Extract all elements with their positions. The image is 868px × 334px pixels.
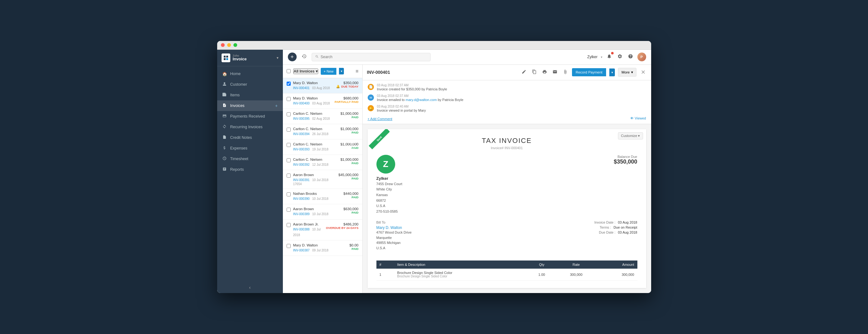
sidebar-item-home[interactable]: 🏠 Home — [217, 69, 283, 79]
sidebar-item-payments[interactable]: Payments Received — [217, 111, 283, 122]
item-checkbox[interactable] — [287, 81, 291, 86]
new-invoice-button[interactable]: + New — [321, 68, 336, 75]
table-row[interactable]: Aaron Brown INV-000391 10 Jul 2018 17654… — [283, 170, 362, 189]
sidebar-collapse-button[interactable]: ‹ — [217, 282, 283, 293]
item-right: $45,000,000 PAID — [339, 173, 359, 180]
item-status: OVERDUE BY 24 DAYS — [326, 226, 358, 230]
item-checkbox[interactable] — [287, 208, 291, 212]
item-invoice-number: INV-000400 — [293, 102, 310, 105]
invoices-icon — [222, 103, 227, 108]
invoice-items-list: Mary D. Walton INV-000401 03 Aug 2018 $3… — [283, 78, 362, 293]
item-status: PARTIALLY PAID — [335, 100, 358, 103]
item-customer-name: Nathan Brooks — [293, 192, 341, 196]
sent-ribbon-label: Sent — [369, 129, 390, 149]
record-payment-button[interactable]: Record Payment — [572, 68, 607, 76]
add-new-button[interactable]: + — [288, 53, 297, 61]
item-right: $630,000 PAID — [344, 207, 359, 214]
balance-due-amount: $350,000 — [614, 159, 637, 165]
svg-rect-2 — [224, 58, 226, 60]
more-actions-button[interactable]: More ▾ — [618, 68, 636, 77]
item-checkbox[interactable] — [287, 223, 291, 227]
col-rate: Rate — [556, 261, 596, 269]
sidebar-item-recurring[interactable]: Recurring Invoices — [217, 122, 283, 132]
item-checkbox[interactable] — [287, 128, 291, 132]
item-date: 10 Jul 2018 — [312, 178, 329, 182]
item-customer-name: Carlton C. Nielsen — [293, 158, 338, 161]
credits-icon — [222, 135, 227, 140]
sidebar-item-customer[interactable]: Customer — [217, 79, 283, 90]
item-customer-name: Carlton C. Nielsen — [293, 112, 338, 115]
item-customer-name: Mary D. Walton — [293, 81, 334, 85]
item-amount: $1,000,000 — [340, 127, 359, 131]
item-checkbox[interactable] — [287, 158, 291, 162]
table-row[interactable]: Carlton C. Nielsen INV-000392 12 Jul 201… — [283, 155, 362, 170]
print-invoice-button[interactable] — [541, 68, 548, 77]
item-date: 10 Jul 2018 — [312, 212, 329, 216]
item-invoice-number: INV-000395 — [293, 117, 310, 121]
new-invoice-dropdown[interactable]: ▾ — [339, 68, 344, 74]
table-row[interactable]: Nathan Brooks INV-000390 10 Jul 2018 $44… — [283, 189, 362, 204]
table-row[interactable]: Carlton C. Nielsen INV-000394 26 Jul 201… — [283, 124, 362, 139]
item-checkbox[interactable] — [287, 192, 291, 196]
sidebar-item-credits[interactable]: Credit Notes Know when an invoice is vie… — [217, 132, 283, 143]
svg-rect-3 — [226, 58, 228, 60]
search-input[interactable] — [321, 55, 427, 59]
table-row[interactable]: Mary D. Walton INV-000400 03 Aug 2018 $6… — [283, 94, 362, 109]
table-row[interactable]: Carlton C. Nielsen INV-000395 02 Aug 201… — [283, 109, 362, 124]
search-icon — [315, 55, 319, 59]
record-payment-dropdown[interactable]: ▾ — [609, 68, 615, 76]
close-button[interactable] — [221, 43, 225, 47]
timesheet-icon — [222, 156, 227, 161]
invoice-header-row: Z Zylker 7455 Drew Court White City Kans… — [376, 155, 638, 214]
attach-button[interactable] — [562, 68, 569, 77]
sidebar-item-expenses[interactable]: Expenses — [217, 143, 283, 154]
add-invoice-button[interactable]: + — [275, 103, 278, 108]
email-link[interactable]: mary.d@walton.com — [405, 98, 437, 102]
invoice-date-row: Invoice Date : 03 Aug 2018 — [594, 221, 637, 224]
sidebar-item-invoices[interactable]: Invoices + — [217, 100, 283, 111]
table-row[interactable]: Aaron Brown Jr. INV-000388 10 Jul 2018 $… — [283, 220, 362, 240]
item-checkbox[interactable] — [287, 97, 291, 101]
item-invoice-number: INV-000392 — [293, 163, 310, 166]
avatar: P — [638, 53, 646, 61]
settings-button[interactable] — [616, 53, 624, 61]
item-status: PAID — [340, 115, 359, 119]
table-row[interactable]: Mary D. Walton INV-000387 09 Jul 2018 $0… — [283, 240, 362, 256]
edit-invoice-button[interactable] — [520, 68, 528, 77]
close-detail-button[interactable]: ✕ — [640, 68, 647, 77]
sidebar-item-reports[interactable]: Reports — [217, 164, 283, 175]
customize-button[interactable]: Customize ▾ — [618, 132, 643, 139]
select-all-checkbox[interactable] — [287, 69, 291, 73]
company-address: 7455 Drew Court White City Kansas 66872 … — [376, 181, 402, 214]
table-row[interactable]: Mary D. Walton INV-000401 03 Aug 2018 $3… — [283, 78, 362, 94]
sidebar-item-items[interactable]: Items — [217, 90, 283, 100]
item-date: 03 Aug 2018 — [312, 86, 330, 90]
list-menu-button[interactable]: ≡ — [355, 68, 358, 74]
all-invoices-filter[interactable]: All Invoices ▾ — [293, 68, 318, 74]
minimize-button[interactable] — [227, 43, 231, 47]
item-right: $1,000,000 PAID — [340, 112, 359, 119]
item-status: PAID — [344, 196, 359, 199]
help-button[interactable] — [627, 53, 634, 61]
item-checkbox[interactable] — [287, 174, 291, 178]
sidebar-item-timesheet[interactable]: Timesheet — [217, 154, 283, 164]
maximize-button[interactable] — [234, 43, 237, 47]
item-amount: $1,000,000 — [340, 112, 359, 115]
bill-to-label: Bill To — [376, 221, 412, 224]
col-amount: Amount — [596, 261, 637, 269]
item-invoice-number: INV-000394 — [293, 132, 310, 136]
item-amount: $350,000 — [336, 81, 359, 85]
row-qty: 1.00 — [528, 269, 556, 280]
table-row[interactable]: Aaron Brown INV-000389 10 Jul 2018 $630,… — [283, 204, 362, 220]
item-checkbox[interactable] — [287, 112, 291, 116]
content-area: All Invoices ▾ + New ▾ ≡ — [283, 65, 651, 293]
item-checkbox[interactable] — [287, 244, 291, 248]
email-invoice-button[interactable] — [551, 68, 559, 77]
item-checkbox[interactable] — [287, 143, 291, 147]
item-invoice-number: INV-000391 — [293, 178, 310, 182]
logo-invoice-text: Invoice — [233, 57, 247, 61]
clone-invoice-button[interactable] — [531, 68, 538, 77]
add-comment-link[interactable]: + Add Comment — [368, 117, 392, 121]
item-right: $486,200 OVERDUE BY 24 DAYS — [326, 222, 358, 230]
history-button[interactable] — [300, 53, 308, 61]
